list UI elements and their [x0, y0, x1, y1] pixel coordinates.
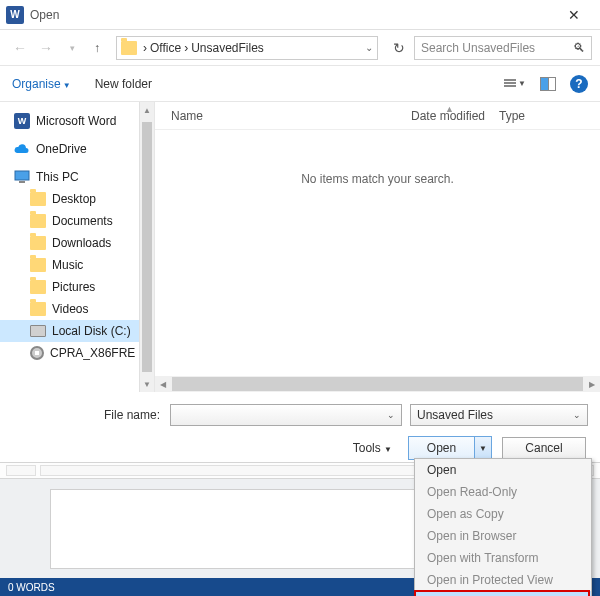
column-date[interactable]: Date modified	[411, 109, 499, 123]
breadcrumb-seg[interactable]: UnsavedFiles	[191, 41, 264, 55]
sidebar-item-label: Microsoft Word	[36, 114, 116, 128]
folder-icon	[30, 280, 46, 294]
toolbar: Organise▼ New folder ▼ ?	[0, 66, 600, 102]
word-icon: W	[14, 113, 30, 129]
breadcrumb-seg[interactable]: Office	[150, 41, 181, 55]
menu-item: Open Read-Only	[415, 481, 591, 503]
up-button[interactable]: ↑	[86, 37, 108, 59]
sort-indicator-icon: ▲	[445, 104, 454, 114]
sidebar-item-label: Desktop	[52, 192, 96, 206]
menu-item[interactable]: Open and Repair	[415, 591, 591, 596]
svg-rect-1	[19, 181, 25, 183]
sidebar-item-label: Local Disk (C:)	[52, 324, 131, 338]
open-button[interactable]: Open	[408, 436, 474, 460]
open-dropdown-button[interactable]: ▼	[474, 436, 492, 460]
sidebar-item[interactable]: Desktop	[0, 188, 154, 210]
nav-bar: ← → ▾ ↑ › Office › UnsavedFiles ⌄ ↻ Sear…	[0, 30, 600, 66]
titlebar: W Open ✕	[0, 0, 600, 30]
file-type-filter[interactable]: Unsaved Files ⌄	[410, 404, 588, 426]
sidebar-item-label: CPRA_X86FRE (E	[50, 346, 151, 360]
sidebar-item-label: Pictures	[52, 280, 95, 294]
sidebar-item-label: This PC	[36, 170, 79, 184]
empty-message: No items match your search.	[155, 172, 600, 186]
sidebar-item-label: Videos	[52, 302, 88, 316]
sidebar-item-label: Downloads	[52, 236, 111, 250]
forward-button[interactable]: →	[34, 36, 58, 60]
open-dropdown-menu: OpenOpen Read-OnlyOpen as CopyOpen in Br…	[414, 458, 592, 596]
address-bar[interactable]: › Office › UnsavedFiles ⌄	[116, 36, 378, 60]
sidebar-item[interactable]: Local Disk (C:)	[0, 320, 154, 342]
refresh-button[interactable]: ↻	[386, 36, 412, 60]
window-title: Open	[30, 8, 554, 22]
sidebar-item[interactable]: Pictures	[0, 276, 154, 298]
sidebar-item[interactable]: WMicrosoft Word	[0, 110, 154, 132]
menu-item: Open with Transform	[415, 547, 591, 569]
sidebar-item[interactable]: Documents	[0, 210, 154, 232]
filename-label: File name:	[12, 408, 170, 422]
search-input[interactable]: Search UnsavedFiles 🔍︎	[414, 36, 592, 60]
menu-item: Open in Browser	[415, 525, 591, 547]
folder-icon	[30, 236, 46, 250]
sidebar-item[interactable]: CPRA_X86FRE (E	[0, 342, 154, 364]
sidebar-item-label: OneDrive	[36, 142, 87, 156]
new-folder-button[interactable]: New folder	[95, 77, 152, 91]
menu-item: Open as Copy	[415, 503, 591, 525]
sidebar-item-label: Music	[52, 258, 83, 272]
folder-icon	[30, 258, 46, 272]
folder-icon	[30, 214, 46, 228]
sidebar-item[interactable]: Music	[0, 254, 154, 276]
chevron-down-icon[interactable]: ⌄	[387, 410, 395, 420]
organise-menu[interactable]: Organise▼	[12, 77, 71, 91]
recent-dropdown[interactable]: ▾	[60, 36, 84, 60]
breadcrumb-sep: ›	[143, 41, 147, 55]
nav-sidebar: ▲ ▼ WMicrosoft WordOneDriveThis PCDeskto…	[0, 102, 155, 392]
search-icon: 🔍︎	[573, 41, 585, 55]
chevron-down-icon[interactable]: ⌄	[573, 410, 581, 420]
sidebar-item[interactable]: Videos	[0, 298, 154, 320]
tools-menu[interactable]: Tools ▼	[353, 441, 392, 455]
folder-icon	[30, 192, 46, 206]
sidebar-item[interactable]: OneDrive	[0, 138, 154, 160]
sidebar-item-label: Documents	[52, 214, 113, 228]
preview-pane-button[interactable]	[540, 77, 556, 91]
cancel-button[interactable]: Cancel	[502, 437, 586, 459]
address-dropdown-icon[interactable]: ⌄	[365, 42, 373, 53]
cloud-icon	[14, 142, 30, 156]
help-icon[interactable]: ?	[570, 75, 588, 93]
word-count[interactable]: 0 WORDS	[8, 582, 55, 593]
search-placeholder: Search UnsavedFiles	[421, 41, 573, 55]
sidebar-scrollbar[interactable]: ▲ ▼	[139, 102, 154, 392]
breadcrumb-sep: ›	[184, 41, 188, 55]
file-list[interactable]: ▲ Name Date modified Type No items match…	[155, 102, 600, 392]
svg-rect-0	[15, 171, 29, 180]
menu-item: Open in Protected View	[415, 569, 591, 591]
column-name[interactable]: Name	[171, 109, 411, 123]
folder-icon	[121, 41, 137, 55]
menu-item[interactable]: Open	[415, 459, 591, 481]
sidebar-item[interactable]: This PC	[0, 166, 154, 188]
column-headers[interactable]: ▲ Name Date modified Type	[155, 102, 600, 130]
content-h-scrollbar[interactable]: ◀▶	[155, 376, 600, 392]
pc-icon	[14, 170, 30, 184]
word-app-icon: W	[6, 6, 24, 24]
view-mode-button[interactable]: ▼	[504, 79, 526, 88]
folder-icon	[30, 302, 46, 316]
filename-input[interactable]: ⌄	[170, 404, 402, 426]
column-type[interactable]: Type	[499, 109, 543, 123]
sidebar-item[interactable]: Downloads	[0, 232, 154, 254]
open-split-button[interactable]: Open ▼	[408, 436, 492, 460]
close-button[interactable]: ✕	[554, 1, 594, 29]
disc-icon	[30, 346, 44, 360]
disk-icon	[30, 325, 46, 337]
back-button[interactable]: ←	[8, 36, 32, 60]
